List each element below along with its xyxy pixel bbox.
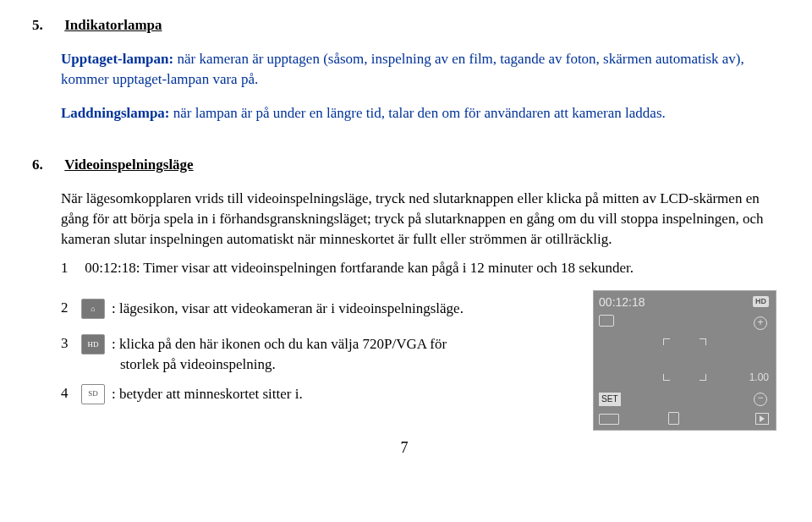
- charge-lamp-text: när lampan är på under en längre tid, ta…: [173, 105, 666, 121]
- section-5-paragraph-1: Upptaget-lampan: när kameran är upptagen…: [61, 49, 776, 90]
- busy-lamp-label: Upptaget-lampan:: [61, 51, 173, 67]
- section-6-number: 6.: [32, 155, 61, 175]
- focus-corner-icon: [700, 338, 706, 345]
- item-2-text: : lägesikon, visar att videokameran är i…: [112, 299, 464, 319]
- screen-hd-badge: HD: [753, 296, 769, 307]
- screen-set-button: SET: [599, 393, 620, 406]
- item-3-num: 3: [61, 334, 81, 353]
- section-6-header: 6. Videoinspelningsläge: [32, 155, 776, 175]
- screen-timer: 00:12:18: [599, 294, 645, 311]
- screen-zoom-out-icon: −: [754, 393, 767, 406]
- video-mode-icon: ⌂: [81, 299, 105, 319]
- item-1-num: 1: [61, 258, 81, 278]
- screen-battery-icon: [599, 414, 619, 425]
- list-item-2: 2 ⌂ : lägesikon, visar att videokameran …: [61, 299, 593, 319]
- focus-corner-icon: [700, 374, 706, 381]
- screen-zoom-in-icon: +: [754, 316, 767, 330]
- item-4-text: : betyder att minneskortet sitter i.: [112, 384, 303, 404]
- screen-sdcard-icon: [668, 412, 679, 425]
- section-6-title: Videoinspelningsläge: [64, 157, 193, 173]
- section-5-paragraph-2: Laddningslampa: när lampan är på under e…: [61, 103, 776, 124]
- focus-corner-icon: [663, 338, 670, 345]
- section-5-header: 5. Indikatorlampa: [32, 15, 776, 36]
- screen-mode-icon: [599, 315, 614, 327]
- item-3-text-line1: : klicka på den här ikonen och du kan vä…: [112, 336, 447, 352]
- list-item-3: 3 HD : klicka på den här ikonen och du k…: [61, 334, 593, 354]
- page-number: 7: [32, 437, 776, 459]
- section-5-number: 5.: [32, 15, 61, 36]
- screen-play-icon: [755, 413, 769, 425]
- hd-icon: HD: [81, 334, 105, 354]
- screen-zoom-value: 1.00: [749, 371, 769, 385]
- section-5-title: Indikatorlampa: [64, 17, 162, 33]
- lcd-preview: 00:12:18 HD + 1.00 SET −: [593, 290, 776, 431]
- list-item-1: 1 00:12:18: Timer visar att videoinspeln…: [61, 258, 776, 278]
- item-4-num: 4: [61, 384, 81, 403]
- item-2-num: 2: [61, 299, 81, 317]
- sd-card-icon: SD: [81, 384, 105, 404]
- list-item-4: 4 SD : betyder att minneskortet sitter i…: [61, 384, 593, 404]
- focus-corner-icon: [663, 374, 670, 381]
- section-6-body: När lägesomkopplaren vrids till videoins…: [61, 189, 776, 250]
- item-3-text-line2: storlek på videoinspelning.: [61, 354, 593, 375]
- charge-lamp-label: Laddningslampa:: [61, 105, 170, 121]
- item-1-text: 00:12:18: Timer visar att videoinspelnin…: [85, 260, 634, 276]
